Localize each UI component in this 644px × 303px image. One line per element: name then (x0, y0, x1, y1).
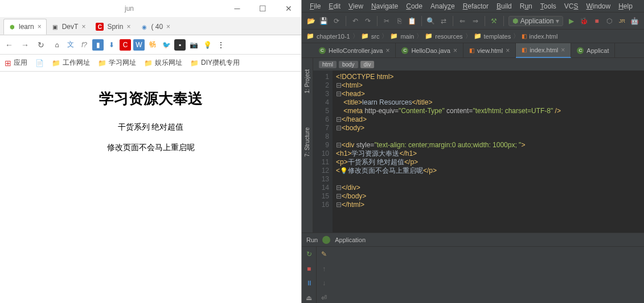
wrap-icon[interactable]: ⏎ (319, 293, 329, 303)
c-icon: C (96, 23, 104, 31)
ext-icon[interactable]: ▪ (174, 39, 186, 51)
run-icon[interactable]: ▶ (567, 16, 576, 26)
ext-icon[interactable]: ⬇ (106, 39, 117, 51)
editor-tab[interactable]: CHelloController.java× (313, 43, 396, 58)
crumb[interactable]: 📁 templates (474, 32, 511, 40)
find-icon[interactable]: 🔍 (426, 16, 436, 26)
android-icon[interactable]: 🤖 (630, 16, 639, 26)
structure-tab[interactable]: 7: Structure (304, 127, 310, 157)
code-lines[interactable]: <!DOCTYPE html>⊟<html>⊟<head> <title>lea… (333, 70, 644, 233)
close-icon[interactable]: × (385, 47, 389, 55)
ext-icon[interactable]: 🐦 (161, 39, 172, 51)
crumb[interactable]: 📁 main (390, 32, 414, 40)
browser-tab[interactable]: ⬢ learn × (3, 19, 47, 35)
html-crumb[interactable]: body (339, 61, 358, 68)
code-editor[interactable]: 12345678910111213141516 <!DOCTYPE html>⊟… (313, 70, 644, 233)
close-icon[interactable]: × (506, 47, 510, 55)
editor-tab[interactable]: ◧index.html× (516, 43, 571, 58)
tab-label: Sprin (107, 23, 123, 31)
bookmark-folder[interactable]: 📁娱乐网址 (144, 58, 182, 68)
ext-icon[interactable]: C (120, 39, 131, 51)
back-icon[interactable]: ⇐ (458, 16, 467, 26)
home-icon[interactable]: ⌂ (51, 39, 63, 51)
html-crumb[interactable]: div (360, 61, 375, 68)
down-icon[interactable]: ↓ (319, 279, 329, 289)
bookmark-folder[interactable]: 📁工作网址 (52, 58, 90, 68)
bookmark-folder[interactable]: 📁学习网址 (98, 58, 136, 68)
menu-run[interactable]: Run (516, 1, 536, 11)
maximize-button[interactable]: ☐ (250, 0, 276, 17)
editor-tab[interactable]: ◧view.html× (463, 43, 516, 58)
translate-icon[interactable]: 文 (65, 39, 76, 51)
close-button[interactable]: ✕ (276, 0, 301, 17)
ext-icon[interactable]: ⬡ (605, 16, 614, 26)
close-icon[interactable]: × (453, 47, 457, 55)
bookmark-item[interactable]: 📄 (35, 59, 44, 67)
replace-icon[interactable]: ⇄ (439, 16, 448, 26)
sync-icon[interactable]: ⟳ (332, 16, 341, 26)
browser-tab[interactable]: ◉ ( 40 × (136, 19, 175, 35)
crumb[interactable]: ◧ index.html (522, 33, 557, 40)
editor-tab[interactable]: CApplicat (571, 43, 615, 58)
cut-icon[interactable]: ✂ (382, 16, 391, 26)
copy-icon[interactable]: ⎘ (395, 16, 404, 26)
rerun-icon[interactable]: ↻ (304, 249, 314, 259)
menu-vcs[interactable]: VCS (561, 1, 582, 11)
stop-icon[interactable]: ■ (304, 264, 314, 274)
browser-tab[interactable]: C Sprin × (91, 19, 136, 35)
tab-close-icon[interactable]: × (126, 23, 130, 31)
ext-icon[interactable]: JR (617, 16, 626, 26)
menu-edit[interactable]: Edit (325, 1, 344, 11)
bookmark-folder[interactable]: 📁DIY攒机专用 (190, 58, 240, 68)
menu-navigate[interactable]: Navigate (368, 1, 401, 11)
pause-icon[interactable]: ⏸ (304, 279, 314, 289)
menu-tools[interactable]: Tools (537, 1, 560, 11)
browser-tab[interactable]: ▣ DevT × (47, 19, 91, 35)
crumb[interactable]: 📁 resources (425, 32, 462, 40)
ext-icon[interactable]: W (133, 39, 145, 51)
run-config-dropdown[interactable]: ⬢Application▾ (508, 16, 564, 26)
apps-button[interactable]: ⊞应用 (5, 58, 27, 68)
menu-refactor[interactable]: Refactor (460, 1, 492, 11)
menu-help[interactable]: Help (615, 1, 636, 11)
forward-button[interactable]: → (19, 39, 31, 51)
menu-code[interactable]: Code (403, 1, 426, 11)
paste-icon[interactable]: 📋 (408, 16, 417, 26)
save-icon[interactable]: 💾 (319, 16, 328, 26)
open-icon[interactable]: 📂 (306, 16, 315, 26)
menu-view[interactable]: View (345, 1, 367, 11)
ext-icon[interactable]: f? (79, 39, 90, 51)
up-icon[interactable]: ↑ (319, 264, 329, 274)
run-bar[interactable]: Run Application (302, 233, 644, 246)
stop-icon[interactable]: ■ (592, 16, 601, 26)
menu-icon[interactable]: ⋮ (215, 39, 227, 51)
edit-icon[interactable]: ✎ (319, 249, 329, 259)
menu-file[interactable]: File (306, 1, 324, 11)
debug-icon[interactable]: 🐞 (580, 16, 589, 26)
menu-window[interactable]: Window (583, 1, 614, 11)
folder-icon: 📁 (52, 59, 60, 67)
tab-close-icon[interactable]: × (81, 23, 85, 31)
close-icon[interactable]: × (561, 46, 565, 54)
tab-close-icon[interactable]: × (38, 23, 42, 31)
menu-build[interactable]: Build (493, 1, 515, 11)
ext-icon[interactable]: 📷 (188, 39, 199, 51)
project-tab[interactable]: 1: Project (304, 69, 310, 93)
tab-close-icon[interactable]: × (166, 23, 170, 31)
html-crumb[interactable]: html (319, 61, 337, 68)
crumb[interactable]: 📁 chapter10-1 (306, 32, 350, 40)
reload-button[interactable]: ↻ (35, 39, 47, 51)
crumb[interactable]: 📁 src (361, 32, 380, 40)
redo-icon[interactable]: ↷ (363, 16, 372, 26)
back-button[interactable]: ← (3, 39, 15, 51)
undo-icon[interactable]: ↶ (351, 16, 360, 26)
exit-icon[interactable]: ⏏ (304, 293, 314, 303)
ext-icon[interactable]: ▮ (92, 39, 104, 51)
build-icon[interactable]: ⚒ (490, 16, 499, 26)
editor-tab[interactable]: CHelloDao.java× (396, 43, 463, 58)
menu-analyze[interactable]: Analyze (427, 1, 458, 11)
ext-icon[interactable]: 💡 (202, 39, 213, 51)
ext-icon[interactable]: 畅 (147, 39, 158, 51)
minimize-button[interactable]: ─ (224, 0, 250, 17)
forward-icon[interactable]: ⇒ (470, 16, 479, 26)
